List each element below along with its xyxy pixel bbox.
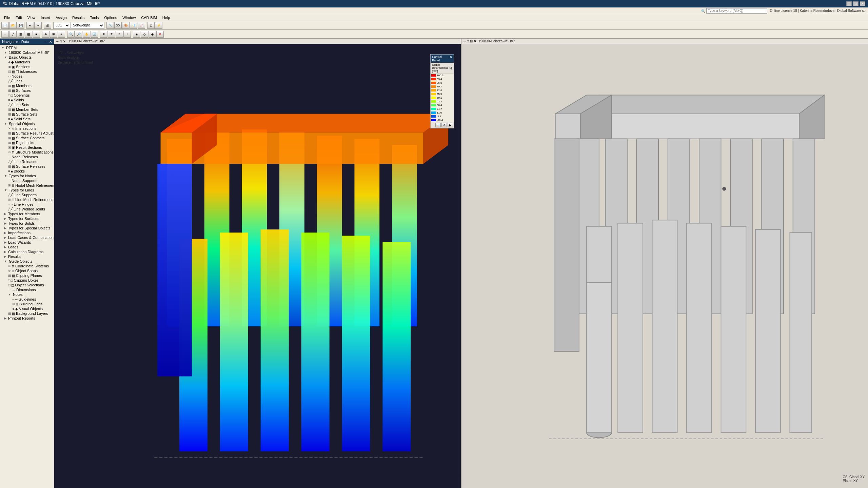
nav-item[interactable]: ▶Imperfections (0, 230, 54, 235)
menu-assign[interactable]: Assign (53, 15, 70, 20)
tb-undo[interactable]: ↩ (26, 22, 34, 29)
nav-item[interactable]: ▩▩Surface Results Adjustments (0, 131, 54, 136)
nav-item[interactable]: ▦▦Members (0, 83, 54, 88)
nav-item[interactable]: ◆◆Materials (0, 60, 54, 64)
tb-result1[interactable]: 📊 (130, 22, 137, 29)
nav-item[interactable]: ↔↔Dimensions (0, 287, 54, 292)
tb-snap[interactable]: ⊕ (42, 31, 50, 38)
menu-insert[interactable]: Insert (38, 15, 53, 20)
vp-left-close[interactable]: ✕ (63, 40, 66, 43)
nav-item[interactable]: ··Nodes (0, 74, 54, 79)
tb-redo[interactable]: ↪ (34, 22, 42, 29)
nav-item[interactable]: ▼190830-Cabezal-M5.rf6* (0, 50, 54, 55)
nav-item[interactable]: ■■Solid Sets (0, 117, 54, 121)
nav-item[interactable]: ✕✕Intersections (0, 126, 54, 131)
nav-item[interactable]: ◆◆Visual Objects (0, 306, 54, 311)
nav-item[interactable]: ╱╱Line Sets (0, 102, 54, 107)
nav-item[interactable]: ··Nodal Releases (0, 155, 54, 159)
nav-item[interactable]: ··Nodal Supports (0, 178, 54, 183)
viewport-right[interactable]: ─ □ ⊡ ✕ 190830-Cabezal-M5.rf6* (461, 39, 868, 488)
menu-window[interactable]: Window (120, 15, 138, 20)
nav-item[interactable]: ▩▩Surface Contacts (0, 136, 54, 140)
vp-right-minimize[interactable]: ─ (463, 39, 466, 43)
tb-view3d[interactable]: 3D (114, 22, 122, 29)
menu-cadbim[interactable]: CAD-BIM (138, 15, 159, 20)
tb-calc[interactable]: ⚡ (155, 22, 162, 29)
vp-left-maximize[interactable]: □ (60, 40, 61, 43)
menu-options[interactable]: Options (101, 15, 120, 20)
vp-right-close[interactable]: ✕ (474, 39, 476, 43)
nav-item[interactable]: ⚙⚙Structure Modifications (0, 150, 54, 155)
cp-btn3[interactable]: ▶ (448, 123, 453, 127)
nav-item[interactable]: ▼Types for Nodes (0, 174, 54, 178)
nav-item[interactable]: ▼Notes (0, 292, 54, 297)
nav-item[interactable]: ⊕⊕Coordinate Systems (0, 264, 54, 268)
nav-item[interactable]: ■■Blocks (0, 169, 54, 174)
nav-item[interactable]: ▩▩Surfaces (0, 88, 54, 93)
nav-item[interactable]: ▣▣Result Sections (0, 145, 54, 150)
tb-ortho[interactable]: ⊞ (50, 31, 57, 38)
tb-wireframe[interactable]: ◇ (141, 31, 148, 38)
nav-item[interactable]: ▶Loads (0, 245, 54, 249)
nav-item[interactable]: ▼Guide Objects (0, 259, 54, 264)
tb-result2[interactable]: 📈 (138, 22, 145, 29)
nav-item[interactable]: ▶Types for Special Objects (0, 226, 54, 230)
vp-right-fullscreen[interactable]: ⊡ (470, 39, 473, 43)
tb-surface[interactable]: ▩ (25, 31, 32, 38)
tb-line[interactable]: ╱ (9, 31, 17, 38)
nav-item[interactable]: ▶Types for Surfaces (0, 216, 54, 221)
minimize-btn[interactable]: ─ (846, 1, 852, 6)
nav-item[interactable]: ▶Results (0, 254, 54, 259)
menu-results[interactable]: Results (70, 15, 87, 20)
menu-view[interactable]: View (25, 15, 38, 20)
nav-item[interactable]: ○○Line Hinges (0, 202, 54, 207)
nav-item[interactable]: ▦▦Member Sets (0, 107, 54, 112)
nav-item[interactable]: ⊕⊕Object Snaps (0, 268, 54, 273)
tb-rotate[interactable]: 🔄 (91, 31, 98, 38)
nav-item[interactable]: ⊞⊞Building Grids (0, 302, 54, 306)
nav-item[interactable]: ▶Calculation Diagrams (0, 249, 54, 254)
tb-render[interactable]: 🎨 (122, 22, 130, 29)
nav-item[interactable]: ╱╱Line Releases (0, 159, 54, 164)
tb-side[interactable]: S (116, 31, 123, 38)
search-input[interactable] (706, 8, 767, 14)
nav-item[interactable]: ▣▣Sections (0, 64, 54, 69)
nav-item[interactable]: ╱╱Line Supports (0, 192, 54, 197)
tb-zoom-out[interactable]: 🔎 (75, 31, 82, 38)
tb-top[interactable]: T (108, 31, 115, 38)
lc-label-select[interactable]: Self-weight (71, 22, 104, 29)
tb-deform[interactable]: 🔧 (106, 22, 114, 29)
vp-right-maximize[interactable]: □ (467, 39, 469, 43)
tb-select-all[interactable]: ◻ (147, 22, 155, 29)
tb-solid[interactable]: ■ (33, 31, 40, 38)
nav-item[interactable]: ■■Solids (0, 98, 54, 102)
nav-item[interactable]: ▼Types for Lines (0, 188, 54, 192)
vp-left-minimize[interactable]: ─ (56, 40, 58, 43)
tb-new[interactable]: 📄 (1, 22, 9, 29)
nav-item[interactable]: ⊞⊞Line Mesh Refinements (0, 197, 54, 202)
nav-item[interactable]: ╱╱Line Welded Joints (0, 207, 54, 211)
tb-render-mode[interactable]: ◈ (133, 31, 140, 38)
nav-item[interactable]: ▼Special Objects (0, 121, 54, 126)
nav-pin[interactable]: ✕ (49, 40, 52, 44)
tb-delete[interactable]: ✕ (156, 31, 164, 38)
tb-member[interactable]: ▦ (17, 31, 24, 38)
menu-file[interactable]: File (1, 15, 13, 20)
nav-item[interactable]: ▩▩Surface Sets (0, 112, 54, 117)
tb-print[interactable]: 🖨 (44, 22, 51, 29)
nav-item[interactable]: ▩▩Surface Releases (0, 164, 54, 169)
nav-item[interactable]: ▤▤Thicknesses (0, 69, 54, 74)
cp-btn2[interactable]: ⚙ (441, 123, 447, 127)
nav-item[interactable]: ▩▩Background Layers (0, 311, 54, 316)
tb-grid[interactable]: # (58, 31, 65, 38)
close-btn[interactable]: ✕ (860, 1, 865, 6)
nav-item[interactable]: ▶Load Wizards (0, 240, 54, 245)
tb-iso[interactable]: I (123, 31, 131, 38)
tb-front[interactable]: F (100, 31, 107, 38)
viewport-left-canvas[interactable]: LC1 - Self-weight Static Analysis Displa… (54, 44, 461, 488)
nav-item[interactable]: ▼RFEM (0, 45, 54, 50)
nav-item[interactable]: ▶Types for Solids (0, 221, 54, 226)
nav-item[interactable]: ╱╱Lines (0, 79, 54, 83)
nav-item[interactable]: ▶Printout Reports (0, 316, 54, 321)
tb-pan[interactable]: ✋ (83, 31, 90, 38)
